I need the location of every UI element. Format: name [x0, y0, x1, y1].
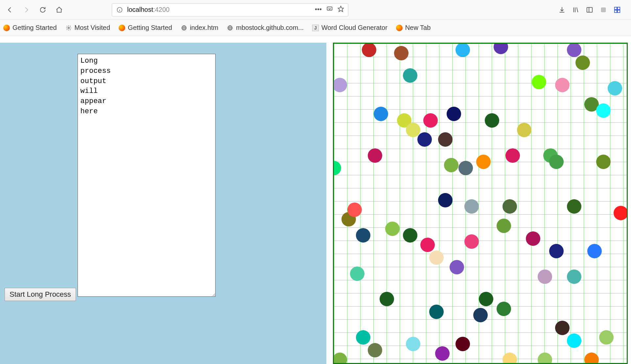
data-circle	[517, 123, 531, 137]
data-circle	[333, 353, 347, 364]
back-button[interactable]	[3, 3, 16, 16]
data-circle	[403, 228, 417, 243]
data-circle	[380, 292, 394, 306]
data-circle	[423, 113, 438, 128]
data-circle	[438, 193, 453, 207]
firefox-icon	[119, 25, 125, 31]
url-host: localhost:4200	[127, 6, 170, 13]
data-circle	[502, 353, 517, 364]
letter-j-icon: J	[312, 25, 319, 31]
bookmark-item[interactable]: mbostock.github.com...	[227, 24, 304, 32]
bookmark-label: Getting Started	[12, 24, 57, 32]
bookmark-label: Word Cloud Generator	[321, 24, 387, 32]
data-circle	[538, 269, 552, 284]
page-actions-icon[interactable]: •••	[315, 6, 322, 14]
data-circle	[444, 158, 458, 172]
data-circle	[435, 346, 450, 361]
bookmark-label: Getting Started	[128, 24, 172, 32]
circles-layer	[334, 44, 627, 363]
forward-button[interactable]	[20, 3, 33, 16]
data-circle	[485, 113, 499, 128]
data-circle	[333, 78, 347, 92]
data-circle	[458, 161, 473, 175]
svg-marker-4	[338, 6, 344, 12]
data-circle	[479, 292, 493, 306]
data-circle	[587, 244, 602, 258]
data-circle	[406, 337, 420, 351]
data-circle	[356, 228, 370, 243]
bookmark-label: index.htm	[190, 24, 219, 32]
bookmarks-bar: Getting StartedMost VisitedGetting Start…	[0, 20, 631, 36]
svg-point-15	[68, 27, 69, 29]
sidebar-icon[interactable]	[586, 6, 594, 14]
data-circle	[549, 244, 564, 258]
bookmark-item[interactable]: JWord Cloud Generator	[312, 24, 387, 32]
bookmark-item[interactable]: Most Visited	[65, 24, 110, 32]
data-circle	[497, 302, 511, 316]
data-circle	[374, 107, 388, 121]
data-circle	[494, 43, 508, 54]
svg-rect-11	[615, 7, 617, 9]
toolbar-right	[558, 6, 628, 14]
library-icon[interactable]	[572, 6, 580, 14]
data-circle	[450, 260, 464, 274]
data-circle	[575, 55, 590, 70]
bookmark-star-icon[interactable]	[338, 6, 344, 14]
globe-icon	[227, 25, 233, 31]
svg-rect-8	[587, 7, 593, 12]
svg-rect-13	[615, 10, 617, 12]
bookmark-label: Most Visited	[75, 24, 110, 32]
data-circle	[447, 107, 461, 121]
reload-button[interactable]	[36, 3, 49, 16]
bookmark-item[interactable]: Getting Started	[3, 24, 57, 32]
globe-icon	[181, 25, 187, 31]
data-circle	[549, 155, 564, 169]
address-bar[interactable]: localhost:4200 •••	[112, 3, 348, 16]
data-circle	[385, 222, 400, 236]
svg-line-7	[577, 7, 578, 12]
data-circle	[333, 161, 341, 175]
data-circle	[567, 199, 581, 214]
data-circle	[438, 132, 453, 147]
home-button[interactable]	[53, 3, 66, 16]
data-circle	[417, 132, 432, 147]
data-circle	[505, 148, 520, 163]
gear-icon	[65, 25, 72, 31]
data-circle	[420, 238, 435, 252]
bookmark-label: New Tab	[405, 24, 431, 32]
data-circle	[538, 353, 552, 364]
data-circle	[608, 81, 622, 96]
data-circle	[599, 330, 614, 345]
data-circle	[584, 353, 599, 364]
left-panel: Start Long Process	[0, 43, 326, 364]
data-circle	[464, 199, 479, 214]
data-circle	[596, 103, 611, 118]
browser-navigation-bar: localhost:4200 •••	[0, 0, 631, 20]
data-circle	[362, 43, 376, 57]
data-circle	[429, 250, 444, 265]
svg-rect-14	[618, 10, 620, 12]
data-circle	[356, 330, 370, 345]
bookmark-item[interactable]: index.htm	[181, 24, 219, 32]
extension-icon-1[interactable]	[599, 6, 607, 14]
firefox-icon	[396, 25, 403, 31]
bookmark-item[interactable]: New Tab	[396, 24, 431, 32]
start-long-process-button[interactable]: Start Long Process	[5, 288, 76, 301]
pocket-icon[interactable]	[326, 6, 333, 14]
extension-icon-2[interactable]	[613, 6, 621, 14]
svg-rect-12	[618, 7, 620, 9]
visualization-panel	[333, 43, 628, 364]
process-output-textarea[interactable]	[78, 54, 216, 297]
site-info-icon[interactable]	[116, 6, 123, 13]
data-circle	[464, 234, 479, 249]
data-circle	[473, 308, 488, 322]
data-circle	[567, 269, 581, 284]
data-circle	[406, 123, 420, 137]
data-circle	[567, 333, 581, 348]
data-circle	[497, 219, 511, 233]
data-circle	[429, 305, 444, 319]
downloads-icon[interactable]	[558, 6, 566, 14]
data-circle	[476, 155, 491, 169]
data-circle	[456, 43, 470, 57]
bookmark-item[interactable]: Getting Started	[119, 24, 172, 32]
